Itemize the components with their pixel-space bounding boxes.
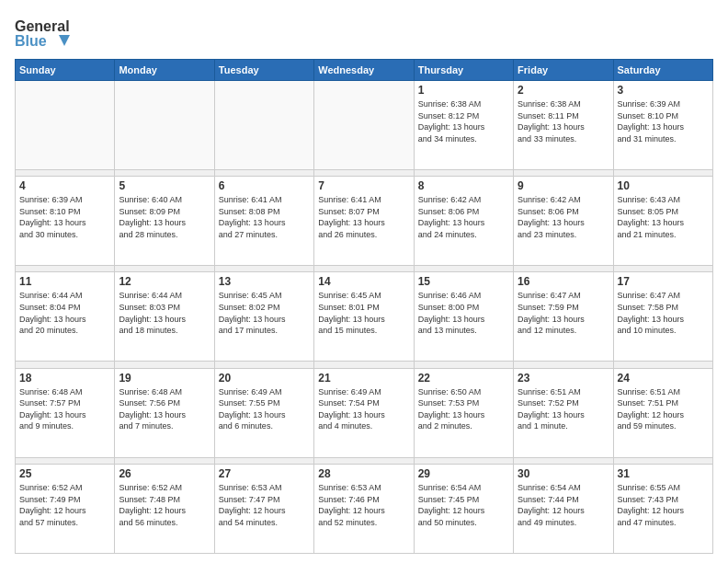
- day-info: Sunrise: 6:38 AM Sunset: 8:11 PM Dayligh…: [518, 98, 609, 144]
- day-info: Sunrise: 6:55 AM Sunset: 7:43 PM Dayligh…: [618, 482, 709, 528]
- header: General Blue: [15, 15, 713, 52]
- day-info: Sunrise: 6:54 AM Sunset: 7:44 PM Dayligh…: [518, 482, 609, 528]
- calendar-day-cell: 18Sunrise: 6:48 AM Sunset: 7:57 PM Dayli…: [16, 368, 115, 457]
- day-number: 28: [318, 467, 409, 480]
- calendar-day-cell: 28Sunrise: 6:53 AM Sunset: 7:46 PM Dayli…: [314, 464, 414, 553]
- calendar-table: Sunday Monday Tuesday Wednesday Thursday…: [15, 59, 713, 554]
- calendar-day-cell: 14Sunrise: 6:45 AM Sunset: 8:01 PM Dayli…: [314, 272, 414, 362]
- calendar-day-cell: 4Sunrise: 6:39 AM Sunset: 8:10 PM Daylig…: [16, 177, 115, 266]
- day-number: 8: [418, 179, 509, 192]
- calendar-week-row: 1Sunrise: 6:38 AM Sunset: 8:12 PM Daylig…: [16, 81, 713, 170]
- day-info: Sunrise: 6:50 AM Sunset: 7:53 PM Dayligh…: [418, 386, 509, 432]
- day-info: Sunrise: 6:38 AM Sunset: 8:12 PM Dayligh…: [418, 98, 509, 144]
- day-number: 21: [318, 372, 409, 385]
- day-info: Sunrise: 6:45 AM Sunset: 8:01 PM Dayligh…: [318, 290, 409, 336]
- day-number: 2: [518, 84, 609, 97]
- logo: General Blue: [15, 15, 70, 52]
- day-number: 25: [19, 467, 110, 480]
- day-info: Sunrise: 6:39 AM Sunset: 8:10 PM Dayligh…: [618, 98, 709, 144]
- calendar-day-cell: 31Sunrise: 6:55 AM Sunset: 7:43 PM Dayli…: [613, 464, 712, 553]
- day-info: Sunrise: 6:41 AM Sunset: 8:07 PM Dayligh…: [318, 194, 409, 240]
- day-info: Sunrise: 6:42 AM Sunset: 8:06 PM Dayligh…: [418, 194, 509, 240]
- day-info: Sunrise: 6:53 AM Sunset: 7:46 PM Dayligh…: [318, 482, 409, 528]
- day-number: 9: [518, 179, 609, 192]
- calendar-day-cell: 20Sunrise: 6:49 AM Sunset: 7:55 PM Dayli…: [214, 368, 313, 457]
- calendar-day-cell: 24Sunrise: 6:51 AM Sunset: 7:51 PM Dayli…: [613, 368, 712, 457]
- calendar-day-cell: 5Sunrise: 6:40 AM Sunset: 8:09 PM Daylig…: [115, 177, 214, 266]
- day-number: 19: [119, 372, 210, 385]
- day-number: 10: [618, 179, 709, 192]
- calendar-day-cell: 23Sunrise: 6:51 AM Sunset: 7:52 PM Dayli…: [514, 368, 613, 457]
- calendar-day-cell: 2Sunrise: 6:38 AM Sunset: 8:11 PM Daylig…: [514, 81, 613, 170]
- week-separator: [16, 457, 713, 464]
- calendar-day-cell: 8Sunrise: 6:42 AM Sunset: 8:06 PM Daylig…: [414, 177, 513, 266]
- day-info: Sunrise: 6:40 AM Sunset: 8:09 PM Dayligh…: [119, 194, 210, 240]
- calendar-day-cell: 22Sunrise: 6:50 AM Sunset: 7:53 PM Dayli…: [414, 368, 513, 457]
- svg-marker-2: [59, 35, 70, 46]
- day-info: Sunrise: 6:53 AM Sunset: 7:47 PM Dayligh…: [219, 482, 310, 528]
- calendar-day-cell: 6Sunrise: 6:41 AM Sunset: 8:08 PM Daylig…: [214, 177, 313, 266]
- day-info: Sunrise: 6:44 AM Sunset: 8:04 PM Dayligh…: [19, 290, 110, 336]
- day-number: 1: [418, 84, 509, 97]
- day-info: Sunrise: 6:45 AM Sunset: 8:02 PM Dayligh…: [219, 290, 310, 336]
- day-info: Sunrise: 6:41 AM Sunset: 8:08 PM Dayligh…: [219, 194, 310, 240]
- day-number: 6: [219, 179, 310, 192]
- day-number: 17: [618, 275, 709, 288]
- day-info: Sunrise: 6:51 AM Sunset: 7:52 PM Dayligh…: [518, 386, 609, 432]
- day-number: 31: [618, 467, 709, 480]
- day-number: 29: [418, 467, 509, 480]
- header-saturday: Saturday: [613, 60, 712, 81]
- calendar-day-cell: 11Sunrise: 6:44 AM Sunset: 8:04 PM Dayli…: [16, 272, 115, 362]
- weekday-header-row: Sunday Monday Tuesday Wednesday Thursday…: [16, 60, 713, 81]
- calendar-day-cell: [314, 81, 414, 170]
- day-number: 11: [19, 275, 110, 288]
- day-number: 27: [219, 467, 310, 480]
- day-number: 13: [219, 275, 310, 288]
- calendar-week-row: 11Sunrise: 6:44 AM Sunset: 8:04 PM Dayli…: [16, 272, 713, 362]
- calendar-day-cell: 9Sunrise: 6:42 AM Sunset: 8:06 PM Daylig…: [514, 177, 613, 266]
- day-info: Sunrise: 6:49 AM Sunset: 7:55 PM Dayligh…: [219, 386, 310, 432]
- header-friday: Friday: [514, 60, 613, 81]
- day-info: Sunrise: 6:52 AM Sunset: 7:48 PM Dayligh…: [119, 482, 210, 528]
- calendar-day-cell: 12Sunrise: 6:44 AM Sunset: 8:03 PM Dayli…: [115, 272, 214, 362]
- calendar-week-row: 4Sunrise: 6:39 AM Sunset: 8:10 PM Daylig…: [16, 177, 713, 266]
- calendar-day-cell: 10Sunrise: 6:43 AM Sunset: 8:05 PM Dayli…: [613, 177, 712, 266]
- calendar-day-cell: [214, 81, 313, 170]
- calendar-day-cell: [16, 81, 115, 170]
- day-number: 23: [518, 372, 609, 385]
- day-info: Sunrise: 6:49 AM Sunset: 7:54 PM Dayligh…: [318, 386, 409, 432]
- calendar-day-cell: 13Sunrise: 6:45 AM Sunset: 8:02 PM Dayli…: [214, 272, 313, 362]
- day-number: 4: [19, 179, 110, 192]
- calendar-day-cell: 17Sunrise: 6:47 AM Sunset: 7:58 PM Dayli…: [613, 272, 712, 362]
- header-tuesday: Tuesday: [214, 60, 313, 81]
- day-info: Sunrise: 6:48 AM Sunset: 7:56 PM Dayligh…: [119, 386, 210, 432]
- calendar-day-cell: 16Sunrise: 6:47 AM Sunset: 7:59 PM Dayli…: [514, 272, 613, 362]
- page: General Blue Sunday Monday Tuesday Wedne…: [0, 0, 728, 563]
- day-info: Sunrise: 6:46 AM Sunset: 8:00 PM Dayligh…: [418, 290, 509, 336]
- day-number: 18: [19, 372, 110, 385]
- calendar-week-row: 25Sunrise: 6:52 AM Sunset: 7:49 PM Dayli…: [16, 464, 713, 553]
- week-separator: [16, 362, 713, 368]
- logo-svg: General Blue: [15, 15, 70, 52]
- calendar-day-cell: 30Sunrise: 6:54 AM Sunset: 7:44 PM Dayli…: [514, 464, 613, 553]
- day-info: Sunrise: 6:51 AM Sunset: 7:51 PM Dayligh…: [618, 386, 709, 432]
- day-info: Sunrise: 6:52 AM Sunset: 7:49 PM Dayligh…: [19, 482, 110, 528]
- calendar-day-cell: 19Sunrise: 6:48 AM Sunset: 7:56 PM Dayli…: [115, 368, 214, 457]
- day-number: 16: [518, 275, 609, 288]
- day-number: 24: [618, 372, 709, 385]
- calendar-week-row: 18Sunrise: 6:48 AM Sunset: 7:57 PM Dayli…: [16, 368, 713, 457]
- day-info: Sunrise: 6:44 AM Sunset: 8:03 PM Dayligh…: [119, 290, 210, 336]
- day-info: Sunrise: 6:47 AM Sunset: 7:58 PM Dayligh…: [618, 290, 709, 336]
- calendar-day-cell: 7Sunrise: 6:41 AM Sunset: 8:07 PM Daylig…: [314, 177, 414, 266]
- calendar-day-cell: [115, 81, 214, 170]
- day-number: 12: [119, 275, 210, 288]
- svg-text:Blue: Blue: [15, 33, 47, 49]
- day-info: Sunrise: 6:42 AM Sunset: 8:06 PM Dayligh…: [518, 194, 609, 240]
- day-number: 7: [318, 179, 409, 192]
- day-number: 30: [518, 467, 609, 480]
- day-info: Sunrise: 6:39 AM Sunset: 8:10 PM Dayligh…: [19, 194, 110, 240]
- calendar-day-cell: 21Sunrise: 6:49 AM Sunset: 7:54 PM Dayli…: [314, 368, 414, 457]
- week-separator: [16, 266, 713, 272]
- calendar-day-cell: 26Sunrise: 6:52 AM Sunset: 7:48 PM Dayli…: [115, 464, 214, 553]
- calendar-day-cell: 25Sunrise: 6:52 AM Sunset: 7:49 PM Dayli…: [16, 464, 115, 553]
